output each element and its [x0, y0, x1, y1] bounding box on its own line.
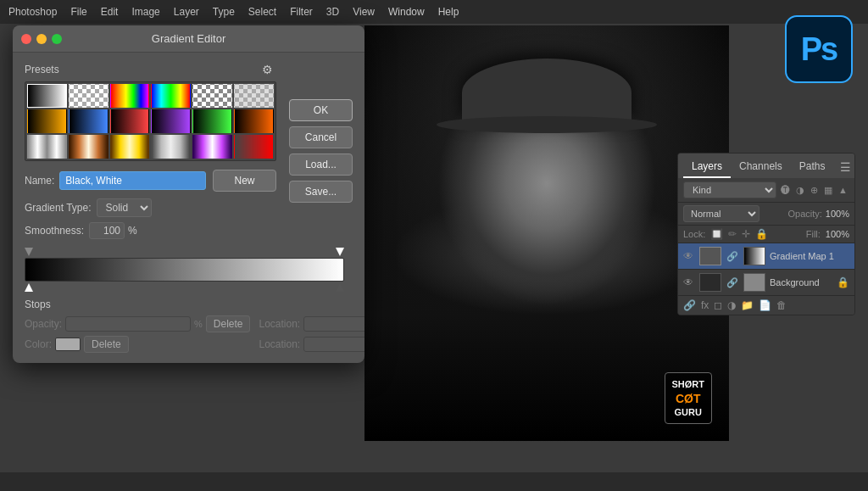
- dialog-titlebar: Gradient Editor: [13, 25, 364, 53]
- blend-mode-select[interactable]: Normal Multiply Screen Overlay: [683, 205, 760, 222]
- menu-image[interactable]: Image: [131, 6, 159, 18]
- watermark-line1: SHØRT: [672, 378, 705, 390]
- layers-filter-kind[interactable]: Kind: [683, 181, 776, 198]
- preset-swatch-check2[interactable]: [234, 84, 274, 108]
- presets-gear-button[interactable]: ⚙: [259, 63, 276, 76]
- opacity-delete-button[interactable]: Delete: [206, 315, 251, 332]
- preset-swatch-red-tp[interactable]: [234, 135, 274, 159]
- delete-layer-icon[interactable]: 🗑: [776, 299, 787, 311]
- menu-file[interactable]: File: [70, 6, 86, 18]
- color-stop-right[interactable]: [336, 283, 344, 292]
- layers-toolbar: Kind 🅣 ◑ ⊕ ▦ ▲: [678, 178, 854, 203]
- menu-type[interactable]: Type: [213, 6, 235, 18]
- filter-pixel-icon[interactable]: ▦: [822, 185, 834, 196]
- tab-layers[interactable]: Layers: [683, 156, 731, 178]
- lock-transparent-icon[interactable]: 🔲: [710, 228, 723, 240]
- menu-3d[interactable]: 3D: [326, 6, 339, 18]
- add-mask-icon[interactable]: ◻: [714, 299, 722, 311]
- maximize-button[interactable]: [52, 34, 62, 44]
- preset-swatch-bw[interactable]: [27, 84, 67, 108]
- load-button[interactable]: Load...: [289, 153, 353, 176]
- layers-panel-menu-icon[interactable]: ☰: [833, 157, 855, 177]
- lock-position-icon[interactable]: ✛: [742, 228, 750, 240]
- menu-photoshop[interactable]: Photoshop: [8, 6, 57, 18]
- menu-help[interactable]: Help: [438, 6, 459, 18]
- tab-paths[interactable]: Paths: [791, 156, 834, 178]
- opacity-stop-input[interactable]: [65, 316, 191, 332]
- menu-select[interactable]: Select: [248, 6, 276, 18]
- preset-swatch-copper[interactable]: [69, 135, 108, 159]
- filter-smart-icon[interactable]: ⊕: [809, 185, 820, 196]
- location-label-top: Location:: [259, 318, 300, 330]
- presets-grid: [25, 81, 276, 161]
- menu-layer[interactable]: Layer: [174, 6, 199, 18]
- preset-swatch-yellow-bk[interactable]: [27, 109, 67, 133]
- preset-swatch-checkered[interactable]: [192, 84, 232, 108]
- minimize-button[interactable]: [36, 34, 47, 44]
- menu-view[interactable]: View: [353, 6, 375, 18]
- stops-title: Stops: [25, 299, 344, 310]
- layer-item-gradient-map[interactable]: 👁 🔗 Gradient Map 1: [678, 243, 854, 270]
- location-input-top[interactable]: [303, 316, 364, 332]
- close-button[interactable]: [21, 34, 31, 44]
- add-style-icon[interactable]: fx: [701, 299, 709, 311]
- opacity-stop-left[interactable]: [25, 248, 33, 256]
- lock-row: Lock: 🔲 ✏ ✛ 🔒 Fill: 100%: [678, 226, 854, 243]
- layer-visibility-background[interactable]: 👁: [683, 276, 695, 288]
- filter-adjustment-icon[interactable]: ◑: [794, 185, 806, 196]
- layer-visibility-gradient-map[interactable]: 👁: [683, 250, 695, 262]
- color-stop-left[interactable]: [25, 283, 33, 292]
- filter-type-icon[interactable]: 🅣: [779, 185, 792, 195]
- lock-image-icon[interactable]: ✏: [728, 228, 737, 240]
- preset-swatch-chrome[interactable]: [27, 135, 67, 159]
- preset-swatch-steel[interactable]: [151, 135, 191, 159]
- menu-filter[interactable]: Filter: [290, 6, 313, 18]
- layer-item-background[interactable]: 👁 🔗 Background 🔒: [678, 270, 854, 296]
- preset-swatch-orange-bk[interactable]: [234, 109, 274, 133]
- layer-mask-background: [743, 273, 765, 292]
- cancel-button[interactable]: Cancel: [289, 126, 353, 148]
- opacity-stop-right[interactable]: [336, 248, 344, 256]
- lock-label: Lock:: [683, 229, 705, 239]
- presets-header: Presets ⚙: [25, 63, 276, 76]
- smoothness-unit: %: [128, 225, 137, 237]
- ps-app-icon: Ps: [785, 15, 853, 83]
- gradient-type-select[interactable]: Solid Noise: [97, 198, 152, 217]
- color-field-row: Color: Delete: [25, 336, 250, 353]
- preset-swatch-rainbow[interactable]: [110, 84, 150, 108]
- preset-swatch-blue-bk[interactable]: [69, 109, 108, 133]
- color-swatch[interactable]: [55, 338, 81, 351]
- filter-shape-icon[interactable]: ▲: [837, 185, 849, 195]
- new-layer-icon[interactable]: 📄: [759, 299, 771, 311]
- menu-edit[interactable]: Edit: [101, 6, 119, 18]
- location-input-bottom[interactable]: [303, 337, 364, 352]
- name-input[interactable]: [59, 171, 206, 190]
- new-button[interactable]: New: [213, 170, 276, 192]
- lock-artboard-icon[interactable]: 🔒: [755, 228, 768, 240]
- save-button[interactable]: Save...: [289, 181, 353, 203]
- layer-mask-gradient-map: [743, 247, 765, 265]
- preset-swatch-red-bk[interactable]: [110, 109, 150, 133]
- gradient-opacity-stops: [25, 248, 344, 256]
- new-group-icon[interactable]: 📁: [741, 299, 754, 311]
- preset-swatch-golden[interactable]: [110, 135, 150, 159]
- opacity-label: Opacity:: [788, 209, 822, 219]
- link-layers-icon[interactable]: 🔗: [683, 299, 696, 311]
- layer-thumb-gradient-map: [699, 247, 721, 265]
- opacity-stop-label: Opacity:: [25, 318, 62, 330]
- dialog-buttons: OK Cancel Load... Save...: [289, 99, 353, 203]
- new-adjustment-icon[interactable]: ◑: [727, 299, 736, 311]
- preset-swatch-rainbow2[interactable]: [151, 84, 191, 108]
- ok-button[interactable]: OK: [289, 99, 353, 121]
- gradient-bar[interactable]: [25, 258, 344, 282]
- preset-swatch-purple2[interactable]: [192, 135, 232, 159]
- menu-window[interactable]: Window: [388, 6, 425, 18]
- layer-chain-icon: 🔗: [726, 251, 738, 262]
- preset-swatch-purple-bk[interactable]: [151, 109, 191, 133]
- tab-channels[interactable]: Channels: [731, 156, 791, 178]
- preset-swatch-wt[interactable]: [69, 84, 108, 108]
- smoothness-input[interactable]: [89, 222, 125, 239]
- opacity-value: 100%: [826, 209, 849, 219]
- color-delete-button[interactable]: Delete: [84, 336, 129, 353]
- preset-swatch-green-bk[interactable]: [192, 109, 232, 133]
